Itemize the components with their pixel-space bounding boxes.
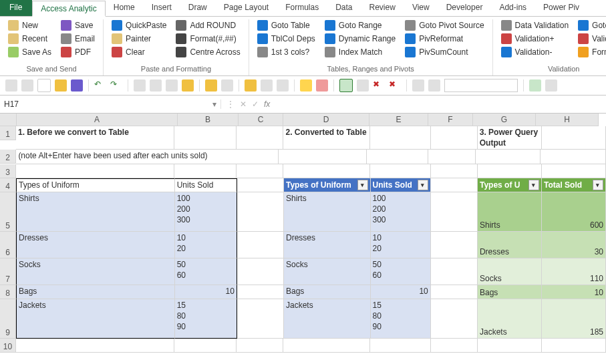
cmd-email[interactable]: Email	[58, 33, 98, 45]
cmd-format-n[interactable]: Format n	[575, 46, 606, 58]
qat-pivot-icon[interactable]	[529, 79, 541, 92]
cell[interactable]	[174, 126, 237, 150]
cell[interactable]: 100 200 300	[371, 192, 431, 232]
select-all[interactable]	[0, 114, 17, 126]
cell[interactable]: Shirts	[478, 192, 542, 232]
tab-file[interactable]: File	[0, 0, 32, 16]
cmd-pdf[interactable]: PDF	[58, 46, 98, 58]
cell[interactable]: Shirts	[284, 192, 371, 232]
col-header-E[interactable]: E	[369, 114, 428, 126]
cell[interactable]	[431, 299, 478, 339]
cell[interactable]: (note Alt+Enter have been used after eac…	[16, 150, 279, 164]
cell[interactable]	[174, 339, 237, 353]
qat-clear-icon[interactable]	[277, 79, 289, 92]
cell[interactable]: Dresses	[16, 232, 175, 258]
cell[interactable]	[237, 299, 284, 339]
cell[interactable]: Jackets	[478, 299, 542, 339]
cmd-pivreformat[interactable]: PivReformat	[402, 33, 486, 45]
cell[interactable]: 30	[542, 232, 606, 258]
tab-draw[interactable]: Draw	[180, 0, 216, 16]
row-header[interactable]: 5	[0, 192, 16, 232]
cell[interactable]: 15 80 90	[175, 299, 237, 339]
row-header[interactable]: 4	[0, 178, 16, 192]
cmd-clear[interactable]: Clear	[109, 46, 169, 58]
cell[interactable]	[283, 339, 370, 353]
qat-arrows-icon[interactable]	[357, 79, 369, 92]
cell[interactable]: Socks	[478, 258, 542, 285]
cell[interactable]	[431, 126, 478, 150]
cell[interactable]	[428, 150, 476, 164]
cmd-new[interactable]: New	[5, 19, 54, 31]
range-icon[interactable]: ⋮	[226, 100, 235, 109]
cell[interactable]	[370, 126, 430, 150]
cell[interactable]	[370, 164, 430, 178]
cmd-painter[interactable]: Painter	[109, 33, 169, 45]
tab-power-piv[interactable]: Power Piv	[535, 0, 588, 16]
qat-redo-icon[interactable]: ↷	[110, 79, 122, 92]
row-header[interactable]: 6	[0, 232, 16, 258]
cell[interactable]: 10 20	[371, 232, 431, 258]
cell[interactable]	[279, 150, 367, 164]
table-header[interactable]: Types of U▾	[478, 178, 542, 192]
cmd-centre-across[interactable]: Centre Across	[173, 46, 243, 58]
cell[interactable]: Jackets	[16, 299, 175, 339]
enter-icon[interactable]: ✓	[252, 100, 259, 109]
qat-open-icon[interactable]	[205, 79, 217, 92]
cell[interactable]	[542, 126, 606, 150]
cmd-add-round[interactable]: Add ROUND	[173, 19, 243, 31]
table-header[interactable]: Units Sold▾	[371, 178, 431, 192]
cmd-save-as[interactable]: Save As	[5, 46, 54, 58]
qat-eraser-icon[interactable]	[316, 79, 328, 92]
qat-new-icon[interactable]	[37, 79, 51, 92]
cell[interactable]	[237, 178, 284, 192]
qat-calendar-icon[interactable]	[21, 79, 33, 92]
qat-fill-icon[interactable]	[182, 79, 194, 92]
col-header-G[interactable]: G	[473, 114, 536, 126]
cell[interactable]: Bags	[16, 285, 175, 299]
cell[interactable]: 10	[542, 285, 606, 299]
qat-copy-icon[interactable]	[5, 79, 17, 92]
qat-table-icon[interactable]	[134, 79, 146, 92]
row-header[interactable]: 3	[0, 164, 16, 178]
cmd-validation-[interactable]: Validation-	[498, 46, 572, 58]
cell[interactable]: 15 80 90	[371, 299, 431, 339]
cell[interactable]	[431, 285, 478, 299]
name-box[interactable]: H17▾	[0, 100, 221, 109]
cmd-1st-3-cols-[interactable]: 1st 3 cols?	[255, 46, 318, 58]
cell[interactable]: 3. Power Query Output	[478, 126, 542, 150]
qat-justify-icon[interactable]	[428, 79, 440, 92]
cell[interactable]: Dresses	[478, 232, 542, 258]
cmd-dynamic-range[interactable]: Dynamic Range	[322, 33, 398, 45]
cell[interactable]: 10	[175, 285, 237, 299]
cmd-data-validation[interactable]: Data Validation	[498, 19, 572, 31]
filter-dropdown-icon[interactable]: ▾	[528, 180, 539, 190]
qat-folder-icon[interactable]	[55, 79, 67, 92]
cell[interactable]	[431, 164, 478, 178]
qat-grid-icon[interactable]	[261, 79, 273, 92]
cell[interactable]	[237, 192, 284, 232]
qat-print-icon[interactable]	[221, 79, 233, 92]
cell[interactable]	[431, 339, 478, 353]
cmd-validation-[interactable]: Validation+	[498, 33, 572, 45]
cell[interactable]	[431, 192, 478, 232]
qat-input[interactable]	[444, 79, 518, 92]
cell[interactable]	[476, 150, 541, 164]
col-header-F[interactable]: F	[428, 114, 473, 126]
cell[interactable]	[367, 150, 428, 164]
cell[interactable]	[431, 258, 478, 285]
cell[interactable]	[237, 258, 284, 285]
cell[interactable]	[237, 164, 283, 178]
col-header-H[interactable]: H	[536, 114, 599, 126]
tab-review[interactable]: Review	[361, 0, 404, 16]
cell[interactable]	[237, 285, 284, 299]
cell[interactable]: 100 200 300	[175, 192, 237, 232]
cell[interactable]	[174, 164, 237, 178]
qat-trace-icon[interactable]	[339, 79, 353, 92]
filter-dropdown-icon[interactable]: ▾	[593, 180, 603, 190]
cell[interactable]	[370, 339, 430, 353]
row-header[interactable]: 10	[0, 339, 16, 353]
tab-insert[interactable]: Insert	[144, 0, 180, 16]
col-header-D[interactable]: D	[283, 114, 369, 126]
cell[interactable]: Socks	[284, 258, 371, 285]
cmd-goto-range[interactable]: Goto Range	[322, 19, 398, 31]
